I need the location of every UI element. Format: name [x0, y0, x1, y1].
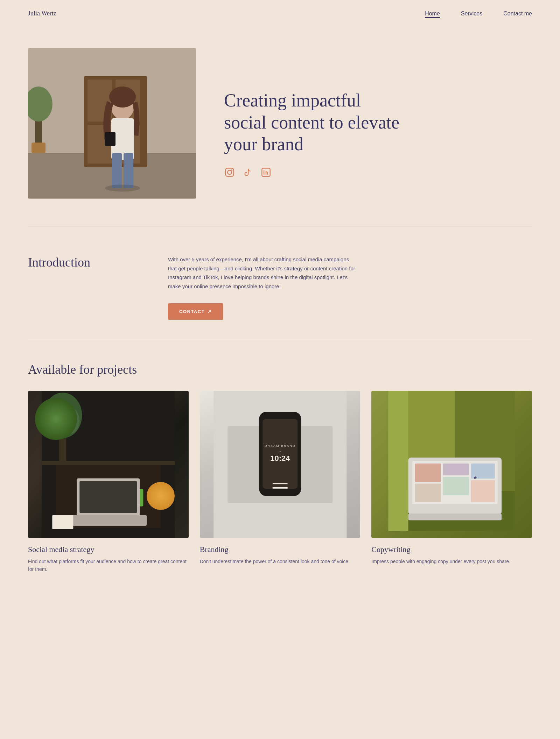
intro-body: With over 5 years of experience, I'm all…: [168, 255, 357, 291]
svg-rect-50: [388, 391, 408, 531]
svg-rect-10: [31, 143, 46, 153]
svg-rect-45: [272, 487, 288, 489]
nav-link-home[interactable]: Home: [425, 11, 440, 18]
project-name-social: Social media strategy: [28, 545, 189, 554]
project-image-branding: DREAM BRAND ✦ 10:24: [200, 391, 360, 538]
nav-item-home[interactable]: Home: [425, 11, 440, 17]
svg-rect-15: [124, 153, 133, 188]
projects-grid: Social media strategy Find out what plat…: [28, 391, 532, 573]
nav-links: Home Services Contact me: [425, 11, 532, 17]
svg-point-27: [45, 408, 66, 436]
svg-point-28: [60, 407, 79, 434]
svg-point-20: [231, 169, 233, 171]
svg-text:DREAM BRAND: DREAM BRAND: [265, 444, 296, 448]
project-name-branding: Branding: [200, 545, 360, 554]
svg-point-17: [105, 185, 140, 192]
svg-rect-16: [105, 132, 115, 146]
svg-rect-56: [415, 484, 441, 502]
hero-section: Creating impactful social content to ele…: [0, 27, 560, 227]
svg-text:★: ★: [474, 475, 478, 480]
intro-section: Introduction With over 5 years of experi…: [0, 227, 560, 341]
nav-link-contact[interactable]: Contact me: [503, 11, 532, 16]
project-desc-social: Find out what platforms fit your audienc…: [28, 558, 189, 573]
svg-rect-54: [443, 464, 469, 475]
svg-rect-23: [42, 461, 175, 465]
svg-rect-57: [443, 477, 469, 495]
svg-rect-35: [52, 515, 73, 529]
svg-rect-33: [79, 481, 137, 513]
hero-image: [28, 48, 196, 199]
project-desc-copywriting: Impress people with engaging copy under …: [371, 558, 532, 565]
linkedin-icon[interactable]: [260, 167, 272, 178]
svg-rect-59: [408, 513, 502, 520]
project-card-social: Social media strategy Find out what plat…: [28, 391, 189, 573]
intro-title: Introduction: [28, 255, 140, 270]
svg-rect-34: [70, 515, 147, 526]
project-card-branding: DREAM BRAND ✦ 10:24 Branding Don't under…: [200, 391, 360, 573]
intro-left: Introduction: [28, 255, 140, 320]
svg-point-19: [227, 170, 232, 174]
svg-rect-53: [415, 464, 441, 482]
nav-link-services[interactable]: Services: [461, 11, 482, 16]
project-image-social: [28, 391, 189, 538]
project-image-copywriting: ★: [371, 391, 532, 538]
contact-button[interactable]: CONTACT ↗: [168, 303, 223, 320]
nav-item-contact[interactable]: Contact me: [503, 11, 532, 17]
projects-section: Available for projects: [0, 341, 560, 601]
project-name-copywriting: Copywriting: [371, 545, 532, 554]
nav-item-services[interactable]: Services: [461, 11, 482, 17]
hero-content: Creating impactful social content to ele…: [224, 69, 532, 178]
site-logo[interactable]: Julia Wertz: [28, 10, 56, 17]
contact-button-arrow: ↗: [208, 309, 212, 314]
tiktok-icon[interactable]: [242, 167, 253, 178]
hero-tagline: Creating impactful social content to ele…: [224, 90, 406, 155]
navbar: Julia Wertz Home Services Contact me: [0, 0, 560, 27]
contact-button-label: CONTACT: [179, 309, 205, 314]
svg-rect-14: [112, 153, 122, 188]
svg-rect-58: [471, 480, 495, 502]
social-icons: [224, 167, 532, 178]
project-desc-branding: Don't underestimate the power of a consi…: [200, 558, 360, 565]
svg-rect-18: [225, 168, 233, 176]
hero-photo: [28, 48, 196, 199]
instagram-icon[interactable]: [224, 167, 235, 178]
svg-rect-25: [59, 419, 66, 461]
projects-title: Available for projects: [28, 362, 532, 377]
svg-text:10:24: 10:24: [270, 454, 290, 463]
svg-text:✦: ✦: [279, 450, 281, 453]
svg-point-26: [43, 393, 82, 438]
project-card-copywriting: ★ Copywriting Impress people with engagi…: [371, 391, 532, 573]
intro-right: With over 5 years of experience, I'm all…: [168, 255, 532, 320]
